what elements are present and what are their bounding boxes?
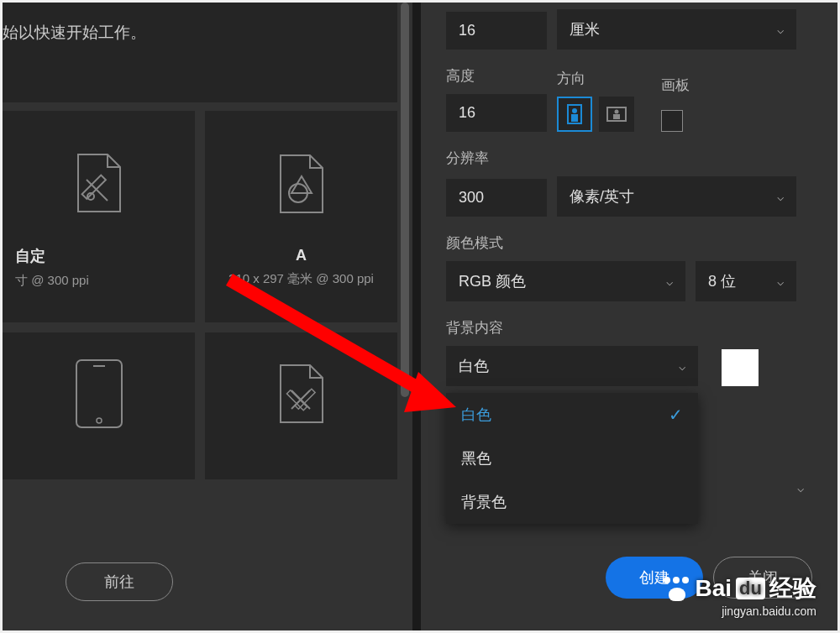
goto-button[interactable]: 前往	[66, 562, 173, 601]
intro-text: 始以快速开始工作。	[3, 15, 397, 44]
bg-content-label: 背景内容	[446, 318, 812, 337]
bg-content-dropdown: 白色 ✓ 黑色 背景色	[446, 393, 698, 524]
preset-card-custom[interactable]: 自定 寸 @ 300 ppi	[3, 111, 195, 322]
chevron-down-icon: ⌵	[777, 275, 784, 288]
check-icon: ✓	[669, 405, 683, 425]
intro-box: 始以快速开始工作。	[3, 3, 397, 102]
create-button[interactable]: 创建	[606, 557, 703, 599]
preset-title: 自定	[11, 246, 186, 266]
document-default-icon	[272, 356, 331, 432]
unit-select[interactable]: 厘米 ⌵	[557, 9, 796, 50]
document-custom-icon	[70, 145, 129, 221]
unit-value: 厘米	[570, 19, 600, 39]
resolution-unit-select[interactable]: 像素/英寸 ⌵	[557, 176, 796, 217]
width-input[interactable]	[446, 12, 547, 50]
dropdown-item-white[interactable]: 白色 ✓	[446, 393, 698, 437]
color-mode-select[interactable]: RGB 颜色 ⌵	[446, 261, 685, 301]
svg-point-15	[615, 110, 619, 114]
preset-card-tablet[interactable]	[3, 332, 195, 479]
scrollbar[interactable]	[397, 3, 412, 630]
bg-color-swatch[interactable]	[722, 349, 759, 386]
artboard-checkbox[interactable]	[661, 110, 683, 132]
bg-content-select[interactable]: 白色 ⌵	[446, 346, 698, 386]
chevron-down-icon: ⌵	[679, 359, 685, 373]
color-mode-value: RGB 颜色	[459, 271, 526, 291]
scrollbar-thumb[interactable]	[401, 3, 409, 397]
chevron-down-icon: ⌵	[797, 481, 804, 494]
resolution-unit-value: 像素/英寸	[570, 186, 634, 207]
bit-depth-select[interactable]: 8 位 ⌵	[696, 261, 796, 301]
orientation-label: 方向	[557, 69, 634, 88]
orientation-landscape-button[interactable]	[599, 97, 634, 132]
dropdown-item-black[interactable]: 黑色	[446, 437, 698, 480]
preset-grid: 自定 寸 @ 300 ppi A 210 x 297 毫米 @ 300 ppi	[3, 111, 397, 479]
chevron-down-icon: ⌵	[777, 190, 784, 203]
close-button[interactable]: 关闭	[713, 557, 812, 599]
color-mode-label: 颜色模式	[446, 233, 812, 253]
bit-depth-value: 8 位	[708, 271, 736, 291]
artboard-label: 画板	[661, 76, 690, 95]
left-presets-panel: 始以快速开始工作。 自定 寸 @ 300 ppi	[3, 3, 397, 630]
svg-rect-4	[76, 360, 122, 427]
preset-sub: 210 x 297 毫米 @ 300 ppi	[213, 271, 389, 287]
preset-card-a4[interactable]: A 210 x 297 毫米 @ 300 ppi	[205, 111, 397, 322]
svg-rect-16	[613, 114, 620, 119]
svg-point-5	[97, 418, 102, 423]
document-a4-icon	[272, 146, 331, 222]
dropdown-item-bgcolor[interactable]: 背景色	[446, 480, 698, 524]
resolution-label: 分辨率	[446, 149, 812, 168]
preset-title: A	[213, 247, 389, 264]
svg-rect-10	[295, 389, 315, 409]
preset-sub: 寸 @ 300 ppi	[11, 273, 186, 289]
tablet-icon	[70, 356, 129, 432]
resolution-input[interactable]	[446, 179, 547, 217]
chevron-down-icon: ⌵	[777, 23, 784, 36]
panel-divider	[412, 3, 421, 630]
right-settings-panel: 厘米 ⌵ 高度 方向 画板	[421, 3, 837, 630]
height-label: 高度	[446, 66, 547, 86]
orientation-portrait-button[interactable]	[557, 97, 592, 132]
chevron-down-icon: ⌵	[666, 275, 673, 288]
svg-rect-13	[571, 114, 578, 122]
preset-card-default[interactable]	[205, 332, 397, 479]
bg-content-value: 白色	[459, 356, 489, 376]
svg-line-0	[87, 180, 108, 201]
svg-point-12	[572, 108, 577, 113]
height-input[interactable]	[446, 94, 547, 132]
